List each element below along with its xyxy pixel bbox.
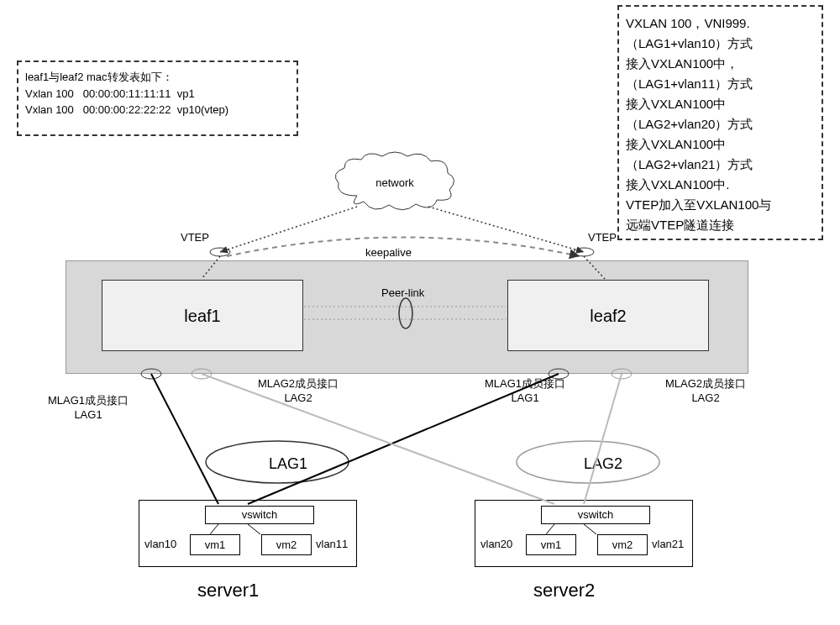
server1-vm1: vm1 — [190, 534, 240, 555]
network-cloud: network — [332, 150, 458, 217]
server2-label: server2 — [533, 580, 595, 601]
server2-box: vswitch vm1 vm2 vlan20 vlan21 — [475, 500, 693, 567]
config-box: VXLAN 100，VNI999. （LAG1+vlan10）方式 接入VXLA… — [617, 5, 823, 240]
server2-vlan20: vlan20 — [480, 538, 512, 550]
server2-vswitch: vswitch — [541, 506, 650, 524]
mac-table-row2: Vxlan 100 00:00:00:22:22:22 vp10(vtep) — [25, 102, 290, 118]
config-line10: VTEP加入至VXLAN100与 — [626, 195, 815, 215]
keepalive-label: keepalive — [365, 246, 412, 259]
config-line7: 接入VXLAN100中 — [626, 134, 815, 155]
mlag1-lag1-left: MLAG1成员接口LAG1 — [46, 393, 130, 421]
server2-vm2: vm2 — [597, 534, 648, 555]
svg-point-4 — [210, 248, 230, 256]
config-line8: （LAG2+vlan21）方式 — [626, 155, 815, 175]
server2-vlan21: vlan21 — [652, 538, 684, 550]
config-line1: VXLAN 100，VNI999. — [626, 13, 815, 34]
svg-point-5 — [574, 248, 594, 256]
svg-line-15 — [151, 374, 218, 504]
mac-table-box: leaf1与leaf2 mac转发表如下： Vxlan 100 00:00:00… — [17, 60, 298, 136]
leaf2-box: leaf2 — [507, 280, 709, 351]
mlag2-lag2-right: MLAG2成员接口LAG2 — [664, 376, 748, 404]
server2-vm1: vm1 — [526, 534, 576, 555]
mlag2-lag2-left: MLAG2成员接口LAG2 — [256, 376, 340, 404]
mlag1-lag1-right: MLAG1成员接口LAG1 — [483, 376, 567, 404]
mac-table-title: leaf1与leaf2 mac转发表如下： — [25, 69, 290, 86]
server1-vswitch: vswitch — [205, 506, 314, 524]
config-line9: 接入VXLAN100中. — [626, 175, 815, 195]
server1-label: server1 — [197, 580, 259, 601]
lag1-label: LAG1 — [269, 455, 307, 473]
config-line2: （LAG1+vlan10）方式 — [626, 34, 815, 54]
network-label: network — [332, 176, 458, 189]
config-line11: 远端VTEP隧道连接 — [626, 215, 815, 235]
config-line4: （LAG1+vlan11）方式 — [626, 74, 815, 94]
vtep2-label: VTEP — [588, 231, 617, 244]
config-line6: （LAG2+vlan20）方式 — [626, 114, 815, 134]
config-line5: 接入VXLAN100中 — [626, 94, 815, 114]
lag2-label: LAG2 — [584, 455, 622, 473]
mac-table-row1: Vxlan 100 00:00:00:11:11:11 vp1 — [25, 86, 290, 102]
leaf2-label: leaf2 — [590, 307, 626, 325]
server1-vlan11: vlan11 — [316, 538, 348, 550]
server1-vm2: vm2 — [261, 534, 312, 555]
vtep1-label: VTEP — [181, 231, 209, 244]
server1-box: vswitch vm1 vm2 vlan10 vlan11 — [139, 500, 357, 567]
config-line3: 接入VXLAN100中， — [626, 54, 815, 74]
leaf1-label: leaf1 — [184, 307, 220, 325]
server1-vlan10: vlan10 — [144, 538, 176, 550]
svg-line-18 — [584, 374, 622, 504]
leaf-container: leaf1 leaf2 Peer-link — [66, 260, 748, 374]
peerlink-label: Peer-link — [381, 286, 424, 299]
leaf1-box: leaf1 — [102, 280, 303, 351]
